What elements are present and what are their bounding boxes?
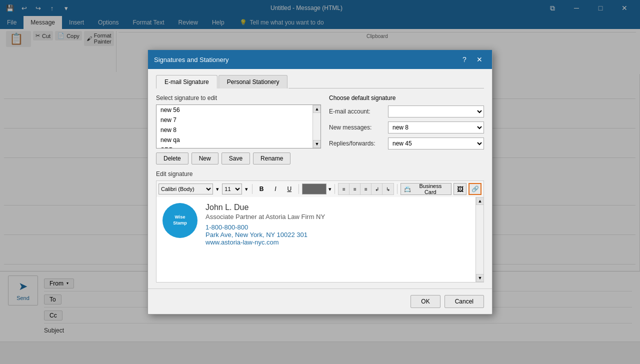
edit-font-select[interactable]: Calibri (Body) [158,184,213,194]
edit-underline-btn[interactable]: U [284,184,296,194]
dialog-left-panel: Select signature to edit new 56 new 7 ne… [156,94,321,164]
sig-list-scrollbar: ▲ ▼ [312,105,320,148]
edit-content-area[interactable]: Wise Stamp John L. Due Associate Partner… [156,197,476,282]
dialog-right-panel: Choose default signature E-mail account:… [329,94,484,164]
align-right-btn[interactable]: ≡ [360,184,372,194]
biz-card-label: Business Card [412,183,448,195]
business-card-btn[interactable]: 📇 Business Card [400,183,452,195]
email-account-select[interactable] [388,106,484,118]
toolbar-sep-1 [252,184,252,194]
list-item[interactable]: new 56 [156,105,312,115]
scroll-down-btn[interactable]: ▼ [313,140,321,148]
new-sig-btn[interactable]: New [192,152,218,164]
signatures-dialog: Signatures and Stationery ? ✕ E-mail Sig… [148,50,492,314]
new-messages-row: New messages: new 8 [329,122,484,134]
tab-email-signature[interactable]: E-mail Signature [156,75,218,88]
dialog-main-content: Select signature to edit new 56 new 7 ne… [156,94,484,164]
default-sig-section: Choose default signature E-mail account:… [329,94,484,150]
list-item[interactable]: new qa [156,135,312,145]
toolbar-sep-2 [298,184,299,194]
dialog-footer: OK Cancel [148,288,492,314]
align-ltr-btn[interactable]: ↳ [382,184,394,194]
dialog-help-btn[interactable]: ? [458,54,471,65]
edit-sig-title: Edit signature [156,170,484,178]
sig-website: www.astoria-law-nyc.com [206,238,325,246]
replies-select[interactable]: new 45 [388,138,484,150]
default-sig-title: Choose default signature [329,94,484,102]
edit-content-wrapper: Wise Stamp John L. Due Associate Partner… [156,197,484,282]
insert-link-icon: 🔗 [472,186,479,192]
content-scroll-up-btn[interactable]: ▲ [476,197,484,205]
sig-action-buttons: Delete New Save Rename [156,152,321,164]
sig-list-wrapper: new 56 new 7 new 8 new qa SRP yuval ▲ ▼ [156,104,321,148]
align-group: ≡ ≡ ≡ ↲ ↳ [338,183,394,195]
list-item[interactable]: new 7 [156,115,312,125]
email-account-label: E-mail account: [329,108,384,115]
toolbar-dropdown-arrow: ▾ [216,186,219,192]
dialog-titlebar-btns: ? ✕ [458,54,486,65]
scroll-up-btn[interactable]: ▲ [313,105,321,113]
edit-toolbar: Calibri (Body) ▾ 11 ▾ B I U ▾ [156,180,484,197]
align-center-btn[interactable]: ≡ [350,184,360,194]
insert-link-btn[interactable]: 🔗 [468,183,482,195]
tab-border [288,88,484,88]
dialog-title: Signatures and Stationery [154,56,229,64]
align-left-btn[interactable]: ≡ [338,184,350,194]
edit-italic-btn[interactable]: I [270,184,282,194]
edit-sig-section: Edit signature Calibri (Body) ▾ 11 ▾ B I… [156,170,484,282]
sig-text: John L. Due Associate Partner at Astoria… [206,203,325,246]
dialog-overlay: Signatures and Stationery ? ✕ E-mail Sig… [0,0,640,364]
sig-title-text: Associate Partner at Astoria Law Firm NY [206,213,325,220]
sig-address: Park Ave, New York, NY 10022 301 [206,231,325,238]
dialog-body: E-mail Signature Personal Stationery Sel… [148,69,492,288]
content-scroll-down-btn[interactable]: ▼ [476,274,484,282]
edit-size-select[interactable]: 11 [222,184,242,194]
select-sig-label: Select signature to edit [156,94,321,102]
sig-list: new 56 new 7 new 8 new qa SRP yuval [156,105,312,148]
list-item[interactable]: new 8 [156,125,312,135]
insert-image-icon: 🖼 [457,186,464,193]
size-dropdown-arrow: ▾ [245,186,248,192]
list-item[interactable]: SRP [156,145,312,148]
logo-line2: Stamp [173,220,187,226]
replies-label: Replies/forwards: [329,140,384,147]
font-color-picker[interactable] [302,184,327,194]
align-rtl-btn[interactable]: ↲ [372,184,382,194]
sig-name: John L. Due [206,203,325,212]
insert-image-btn[interactable]: 🖼 [454,183,466,195]
dialog-titlebar: Signatures and Stationery ? ✕ [148,50,492,69]
toolbar-sep-4 [397,184,398,194]
color-arrow: ▾ [328,186,332,192]
email-account-row: E-mail account: [329,106,484,118]
ok-button[interactable]: OK [410,295,440,308]
edit-bold-btn[interactable]: B [256,184,268,194]
rename-sig-btn[interactable]: Rename [253,152,290,164]
sig-logo: Wise Stamp [162,203,198,238]
replies-row: Replies/forwards: new 45 [329,138,484,150]
sig-content: Wise Stamp John L. Due Associate Partner… [162,203,470,246]
cancel-button[interactable]: Cancel [444,295,484,308]
dialog-close-btn[interactable]: ✕ [473,54,486,65]
toolbar-sep-3 [334,184,335,194]
logo-line1: Wise [175,214,186,220]
save-sig-btn[interactable]: Save [222,152,250,164]
new-messages-label: New messages: [329,124,384,131]
dialog-tabs: E-mail Signature Personal Stationery [156,75,484,88]
delete-sig-btn[interactable]: Delete [156,152,188,164]
new-messages-select[interactable]: new 8 [388,122,484,134]
tab-personal-stationery[interactable]: Personal Stationery [218,75,288,88]
sig-phone: 1-800-800-800 [206,224,325,231]
biz-card-icon: 📇 [404,186,411,192]
edit-content-scrollbar: ▲ ▼ [476,197,484,282]
